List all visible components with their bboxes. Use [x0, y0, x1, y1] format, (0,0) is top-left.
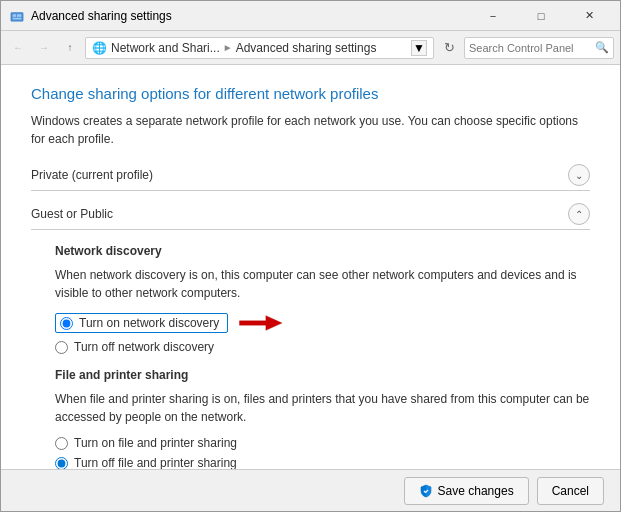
close-button[interactable]: ✕: [566, 2, 612, 30]
subsection-sharing-desc: When file and printer sharing is on, fil…: [55, 390, 590, 426]
breadcrumb-part1: Network and Shari...: [111, 41, 220, 55]
section-private-chevron: ⌄: [568, 164, 590, 186]
label-turn-on-sharing[interactable]: Turn on file and printer sharing: [74, 436, 237, 450]
address-bar: ← → ↑ 🌐 Network and Shari... ► Advanced …: [1, 31, 620, 65]
label-turn-off-sharing[interactable]: Turn off file and printer sharing: [74, 456, 237, 469]
up-button[interactable]: ↑: [59, 37, 81, 59]
svg-marker-4: [240, 316, 283, 331]
page-description: Windows creates a separate network profi…: [31, 112, 590, 148]
page-title: Change sharing options for different net…: [31, 85, 590, 102]
title-bar: Advanced sharing settings − □ ✕: [1, 1, 620, 31]
window-title: Advanced sharing settings: [31, 9, 470, 23]
option-turn-on-sharing[interactable]: Turn on file and printer sharing: [55, 436, 590, 450]
footer: Save changes Cancel: [1, 469, 620, 511]
option-turn-off-sharing[interactable]: Turn off file and printer sharing: [55, 456, 590, 469]
svg-rect-3: [13, 17, 22, 19]
minimize-button[interactable]: −: [470, 2, 516, 30]
back-button[interactable]: ←: [7, 37, 29, 59]
section-public-header[interactable]: Guest or Public ⌃: [31, 203, 590, 230]
shield-icon: [419, 484, 433, 498]
content-area: Change sharing options for different net…: [1, 65, 620, 469]
subsection-discovery-desc: When network discovery is on, this compu…: [55, 266, 590, 302]
radio-turn-on-sharing[interactable]: [55, 437, 68, 450]
search-icon: 🔍: [595, 41, 609, 54]
search-bar[interactable]: 🔍: [464, 37, 614, 59]
address-dropdown[interactable]: ▼: [411, 40, 427, 56]
label-turn-on-discovery[interactable]: Turn on network discovery: [79, 316, 219, 330]
svg-rect-2: [17, 14, 21, 17]
refresh-button[interactable]: ↻: [438, 37, 460, 59]
network-icon: 🌐: [92, 41, 107, 55]
save-changes-button[interactable]: Save changes: [404, 477, 529, 505]
radio-turn-off-sharing[interactable]: [55, 457, 68, 470]
option-turn-on-discovery[interactable]: Turn on network discovery: [55, 313, 228, 333]
section-private-label: Private (current profile): [31, 168, 568, 182]
subsection-discovery-title: Network discovery: [55, 244, 590, 258]
section-public-chevron: ⌃: [568, 203, 590, 225]
option-turn-off-discovery[interactable]: Turn off network discovery: [55, 340, 590, 354]
section-public-content: Network discovery When network discovery…: [31, 232, 590, 469]
window-controls: − □ ✕: [470, 2, 612, 30]
forward-button[interactable]: →: [33, 37, 55, 59]
breadcrumb-sep: ►: [223, 42, 233, 53]
maximize-button[interactable]: □: [518, 2, 564, 30]
label-turn-off-discovery[interactable]: Turn off network discovery: [74, 340, 214, 354]
radio-turn-on-discovery[interactable]: [60, 317, 73, 330]
window-icon: [9, 8, 25, 24]
address-path[interactable]: 🌐 Network and Shari... ► Advanced sharin…: [85, 37, 434, 59]
subsection-sharing-title: File and printer sharing: [55, 368, 590, 382]
svg-rect-1: [13, 14, 17, 17]
radio-turn-off-discovery[interactable]: [55, 341, 68, 354]
main-window: Advanced sharing settings − □ ✕ ← → ↑ 🌐 …: [0, 0, 621, 512]
cancel-button[interactable]: Cancel: [537, 477, 604, 505]
section-public-label: Guest or Public: [31, 207, 568, 221]
annotation-arrow: [238, 312, 282, 334]
search-input[interactable]: [469, 42, 595, 54]
save-changes-label: Save changes: [438, 484, 514, 498]
breadcrumb-part2: Advanced sharing settings: [236, 41, 377, 55]
section-private-header[interactable]: Private (current profile) ⌄: [31, 164, 590, 191]
